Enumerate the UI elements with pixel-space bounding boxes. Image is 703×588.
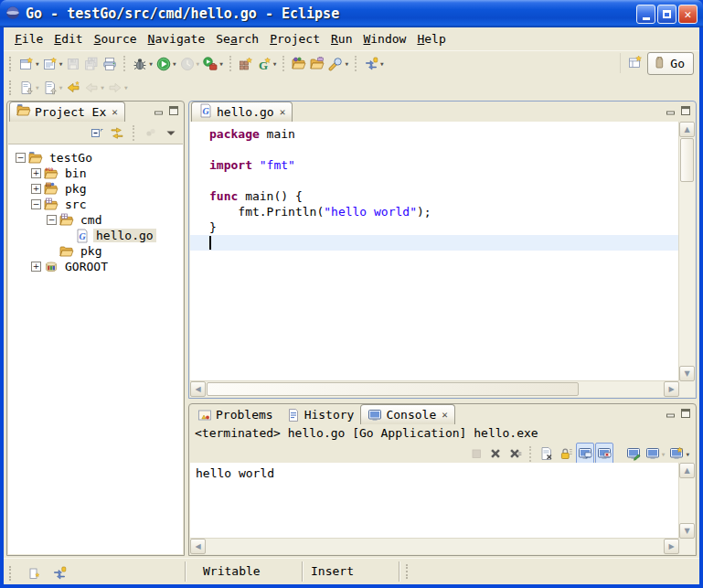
menu-file[interactable]: File — [9, 30, 48, 48]
dropdown-arrow-icon[interactable]: ▼ — [662, 451, 666, 457]
scroll-right-icon[interactable]: ▶ — [664, 539, 679, 554]
remove-launch-button[interactable] — [486, 443, 505, 465]
toolbar-grip[interactable] — [9, 80, 14, 95]
tree-expander[interactable]: + — [31, 184, 41, 194]
display-console-button[interactable]: ▼ — [644, 443, 667, 465]
save-button[interactable] — [64, 53, 82, 75]
close-button[interactable]: ✕ — [678, 5, 698, 24]
new-element-button[interactable]: ▼ — [41, 53, 65, 75]
tree-item-pkg[interactable]: +pkg — [8, 181, 183, 197]
pin-console-button[interactable] — [624, 443, 643, 465]
dropdown-arrow-icon[interactable]: ▼ — [686, 451, 689, 457]
tab-console[interactable]: Console✕ — [360, 404, 454, 424]
open-perspective-button[interactable] — [628, 55, 643, 72]
new-wizard-button[interactable]: ▼ — [17, 53, 41, 75]
tree-expander[interactable]: + — [31, 168, 41, 178]
menu-project[interactable]: Project — [264, 30, 325, 48]
tree-expander[interactable]: − — [16, 153, 26, 163]
search-button[interactable]: ▼ — [326, 53, 350, 75]
dropdown-arrow-icon[interactable]: ▼ — [380, 60, 384, 67]
statusbar-grip[interactable] — [406, 564, 410, 579]
last-edit-button[interactable] — [64, 77, 82, 99]
show-stdout-button[interactable] — [576, 443, 594, 465]
next-annotation-button[interactable]: ▼ — [17, 77, 41, 99]
dropdown-arrow-icon[interactable]: ▼ — [101, 84, 104, 91]
console-output-area[interactable]: hello world ▲ ▼ ◀ ▶ — [190, 463, 695, 554]
open-console-button[interactable]: ▼ — [667, 443, 691, 465]
scroll-right-icon[interactable]: ▶ — [664, 381, 679, 397]
scroll-down-icon[interactable]: ▼ — [679, 523, 695, 539]
maximize-view-button[interactable] — [167, 104, 180, 120]
dropdown-arrow-icon[interactable]: ▼ — [273, 60, 277, 67]
scrollbar-thumb[interactable] — [207, 382, 579, 396]
new-go-project-button[interactable] — [237, 53, 255, 75]
scroll-left-icon[interactable]: ◀ — [190, 539, 206, 554]
scroll-up-icon[interactable]: ▲ — [679, 463, 695, 478]
minimize-button[interactable] — [636, 5, 655, 24]
tab-hello-go[interactable]: G hello.go ✕ — [191, 102, 293, 122]
code-area[interactable]: package mainimport "fmt"func main() { fm… — [190, 122, 679, 381]
tree-expander[interactable]: − — [47, 215, 57, 225]
trim-sync-button[interactable] — [50, 562, 69, 584]
tree-item-testgo[interactable]: −testGo — [8, 150, 183, 166]
tab-project-explorer[interactable]: Project Ex ✕ — [9, 102, 125, 122]
tree-expander[interactable]: − — [31, 199, 41, 209]
scroll-up-icon[interactable]: ▲ — [679, 122, 695, 137]
dropdown-arrow-icon[interactable]: ▼ — [345, 60, 348, 67]
tree-item-bin[interactable]: +010bin — [8, 166, 183, 181]
menu-source[interactable]: Source — [89, 30, 143, 48]
debug-button[interactable]: ▼ — [131, 53, 154, 75]
minimize-view-button[interactable] — [665, 407, 677, 422]
export-button[interactable] — [308, 53, 326, 75]
maximize-button[interactable] — [657, 5, 676, 24]
prev-annotation-button[interactable]: ▼ — [41, 77, 65, 99]
scroll-lock-button[interactable] — [557, 443, 575, 465]
tab-problems[interactable]: Problems — [191, 405, 280, 424]
toolbar-grip[interactable] — [9, 57, 14, 71]
editor-horizontal-scrollbar[interactable]: ◀ ▶ — [190, 380, 679, 397]
console-vertical-scrollbar[interactable]: ▲ ▼ — [678, 463, 695, 539]
dropdown-arrow-icon[interactable]: ▼ — [124, 84, 128, 91]
dropdown-arrow-icon[interactable]: ▼ — [59, 60, 63, 67]
minimize-view-button[interactable] — [153, 104, 165, 120]
maximize-view-button[interactable] — [679, 407, 692, 422]
close-tab-icon[interactable]: ✕ — [280, 106, 286, 118]
terminate-button[interactable] — [467, 443, 485, 465]
show-stderr-button[interactable] — [595, 443, 613, 465]
dropdown-arrow-icon[interactable]: ▼ — [173, 60, 176, 67]
menu-edit[interactable]: Edit — [48, 30, 88, 48]
view-menu-button[interactable] — [162, 122, 180, 144]
tree-item-cmd[interactable]: −cmd — [8, 212, 183, 228]
dropdown-arrow-icon[interactable]: ▼ — [36, 60, 39, 67]
menu-window[interactable]: Window — [357, 30, 411, 48]
statusbar-grip[interactable] — [9, 566, 14, 581]
close-tab-icon[interactable]: ✕ — [442, 409, 448, 421]
menu-navigate[interactable]: Navigate — [143, 30, 211, 48]
scroll-down-icon[interactable]: ▼ — [679, 366, 695, 381]
remove-all-launches-button[interactable] — [506, 443, 524, 465]
run-button[interactable]: ▼ — [154, 53, 178, 75]
import-button[interactable] — [290, 53, 308, 75]
new-go-element-button[interactable]: G▼ — [255, 53, 279, 75]
console-horizontal-scrollbar[interactable]: ◀ ▶ — [190, 538, 679, 554]
forward-button[interactable]: ▼ — [106, 77, 130, 99]
tab-history[interactable]: History — [280, 405, 361, 424]
back-button[interactable]: ▼ — [82, 77, 106, 99]
tree-expander[interactable]: + — [31, 262, 41, 272]
maximize-view-button[interactable] — [679, 104, 692, 120]
dropdown-arrow-icon[interactable]: ▼ — [59, 84, 63, 91]
collapse-all-button[interactable] — [88, 122, 106, 144]
filters-button[interactable] — [142, 122, 160, 144]
editor-vertical-scrollbar[interactable]: ▲ ▼ — [678, 122, 695, 381]
print-button[interactable] — [101, 53, 119, 75]
tree-item-pkg[interactable]: pkg — [8, 243, 183, 259]
menu-run[interactable]: Run — [325, 30, 357, 48]
dropdown-arrow-icon[interactable]: ▼ — [36, 84, 39, 91]
save-all-button[interactable] — [82, 53, 101, 75]
external-tools-button[interactable]: ▼ — [201, 53, 225, 75]
titlebar[interactable]: Go - testGo/src/cmd/hello.go - Eclipse ✕ — [0, 0, 703, 27]
minimize-view-button[interactable] — [665, 104, 677, 120]
clear-console-button[interactable] — [538, 443, 556, 465]
dropdown-arrow-icon[interactable]: ▼ — [219, 60, 223, 67]
scroll-left-icon[interactable]: ◀ — [190, 381, 206, 397]
